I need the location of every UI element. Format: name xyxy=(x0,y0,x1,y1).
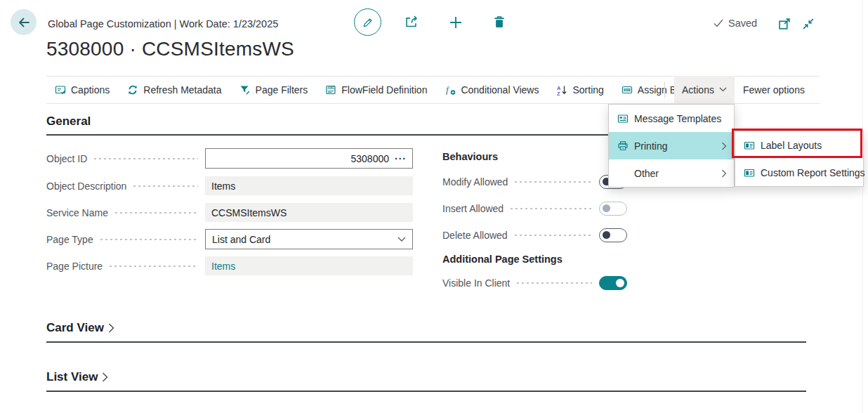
toggle-row-modify-allowed: Modify Allowed xyxy=(442,174,627,190)
toggle-row-visible-in-client: Visible In Client xyxy=(442,275,627,291)
toggle-row-delete-allowed: Delete Allowed xyxy=(442,228,627,243)
toolbar-item-page-filters[interactable]: Page Filters xyxy=(239,84,308,96)
field-label: Page Picture xyxy=(46,261,103,272)
collapse-icon xyxy=(801,17,815,31)
chevron-right-icon xyxy=(721,169,727,178)
toolbar-item-label: Sorting xyxy=(572,84,603,96)
edit-button[interactable] xyxy=(354,8,381,36)
barcode-icon xyxy=(622,84,633,96)
flowfield-icon: ABC xyxy=(325,84,336,96)
field-label: Object Description xyxy=(46,181,126,192)
page: Global Page Customization | Work Date: 1… xyxy=(0,0,868,413)
actions-menu-button[interactable]: Actions xyxy=(674,76,735,103)
sort-az-icon: AZ xyxy=(556,84,567,96)
toggle-label: Insert Allowed xyxy=(442,203,504,214)
breadcrumb: Global Page Customization | Work Date: 1… xyxy=(48,18,278,29)
section-title-list-view[interactable]: List View xyxy=(46,370,108,384)
object-id-input[interactable]: 5308000 ··· xyxy=(205,148,413,169)
chevron-right-icon xyxy=(102,372,108,382)
saved-label: Saved xyxy=(728,18,757,29)
menu-item-message-templates[interactable]: Message Templates xyxy=(609,105,734,132)
field-value: List and Card xyxy=(212,234,397,245)
dotted-leader xyxy=(515,282,592,284)
card-view-underline xyxy=(46,341,806,343)
menu-item-label: Message Templates xyxy=(634,113,721,124)
toolbar-item-label: FlowField Definition xyxy=(341,84,427,96)
chevron-right-icon xyxy=(721,142,727,150)
scroll-rail xyxy=(862,0,863,413)
toolbar-item-sorting[interactable]: AZ Sorting xyxy=(556,84,603,96)
toggle-knob xyxy=(603,204,610,212)
toolbar-item-captions[interactable]: Captions xyxy=(55,84,110,96)
trash-icon xyxy=(492,15,507,30)
dotted-leader xyxy=(513,181,592,183)
field-row-object-id: Object ID 5308000 ··· xyxy=(46,148,413,169)
toggle-label: Delete Allowed xyxy=(442,230,508,241)
menu-item-other[interactable]: Other xyxy=(609,159,734,187)
share-button[interactable] xyxy=(403,13,421,32)
menu-item-label: Custom Report Settings xyxy=(761,167,865,178)
dotted-leader xyxy=(513,234,592,237)
toolbar-separator xyxy=(664,81,665,98)
object-description-field[interactable]: Items xyxy=(205,176,413,195)
page-type-select[interactable]: List and Card xyxy=(205,229,413,249)
toolbar-item-refresh-metadata[interactable]: Refresh Metadata xyxy=(127,84,221,96)
toolbar-item-flowfield-definition[interactable]: ABC FlowField Definition xyxy=(325,84,427,96)
back-arrow-icon xyxy=(17,15,31,29)
visible-in-client-toggle[interactable] xyxy=(599,276,627,290)
svg-text:f: f xyxy=(446,84,450,95)
toolbar-item-label: Refresh Metadata xyxy=(143,84,221,96)
menu-item-printing[interactable]: Printing xyxy=(609,132,734,159)
svg-text:Z: Z xyxy=(557,90,560,95)
field-label: Object ID xyxy=(46,153,87,164)
check-icon xyxy=(714,19,723,27)
function-icon: f xyxy=(445,84,456,96)
back-button[interactable] xyxy=(11,9,37,35)
delete-allowed-toggle[interactable] xyxy=(599,228,627,242)
delete-button[interactable] xyxy=(490,13,508,32)
field-value: Items xyxy=(211,181,235,192)
open-window-icon xyxy=(777,17,791,31)
chevron-right-icon xyxy=(108,323,114,333)
chevron-down-icon xyxy=(719,87,727,92)
dotted-leader xyxy=(509,207,592,210)
toolbar: Captions Refresh Metadata Page Filters A… xyxy=(55,76,711,103)
field-value: CCSMSItemsWS xyxy=(211,207,287,218)
toggle-knob xyxy=(616,279,624,287)
toolbar-item-conditional-views[interactable]: f Conditional Views xyxy=(445,84,539,96)
dotted-leader xyxy=(132,185,198,188)
message-templates-icon xyxy=(617,113,629,124)
menu-item-label: Label Layouts xyxy=(761,140,822,151)
toggle-label: Modify Allowed xyxy=(442,176,508,188)
field-label: Service Name xyxy=(46,207,108,218)
field-row-service-name: Service Name CCSMSItemsWS xyxy=(46,202,413,223)
add-button[interactable] xyxy=(447,13,465,32)
assist-edit-button[interactable]: ··· xyxy=(395,153,407,164)
share-icon xyxy=(405,15,420,30)
menu-item-label-layouts[interactable]: Label Layouts xyxy=(735,131,863,159)
section-title-label: List View xyxy=(46,370,98,384)
field-row-page-type: Page Type List and Card xyxy=(46,229,413,249)
dotted-leader xyxy=(108,265,198,268)
page-picture-link[interactable]: Items xyxy=(211,261,235,272)
dotted-leader xyxy=(99,238,198,241)
open-in-window-button[interactable] xyxy=(775,15,794,33)
field-row-page-picture: Page Picture Items xyxy=(46,256,413,276)
toolbar-item-label: Page Filters xyxy=(256,84,308,96)
printing-submenu: Label Layouts Custom Report Settings xyxy=(735,131,864,187)
field-row-object-description: Object Description Items xyxy=(46,176,413,196)
field-value: 5308000 xyxy=(211,153,389,164)
menu-item-custom-report-settings[interactable]: Custom Report Settings xyxy=(735,159,863,186)
filter-edit-icon xyxy=(239,84,251,96)
fewer-options-button[interactable]: Fewer options xyxy=(743,76,805,103)
toolbar-item-label: Captions xyxy=(71,84,110,96)
toolbar-item-label: Conditional Views xyxy=(461,84,539,96)
svg-text:ABC: ABC xyxy=(328,86,336,90)
section-title-card-view[interactable]: Card View xyxy=(46,321,114,335)
page-picture-field[interactable]: Items xyxy=(205,256,413,275)
printer-icon xyxy=(617,140,629,152)
refresh-icon xyxy=(127,84,138,96)
service-name-field[interactable]: CCSMSItemsWS xyxy=(205,203,413,222)
section-title-general[interactable]: General xyxy=(46,114,91,129)
collapse-button[interactable] xyxy=(799,15,817,33)
